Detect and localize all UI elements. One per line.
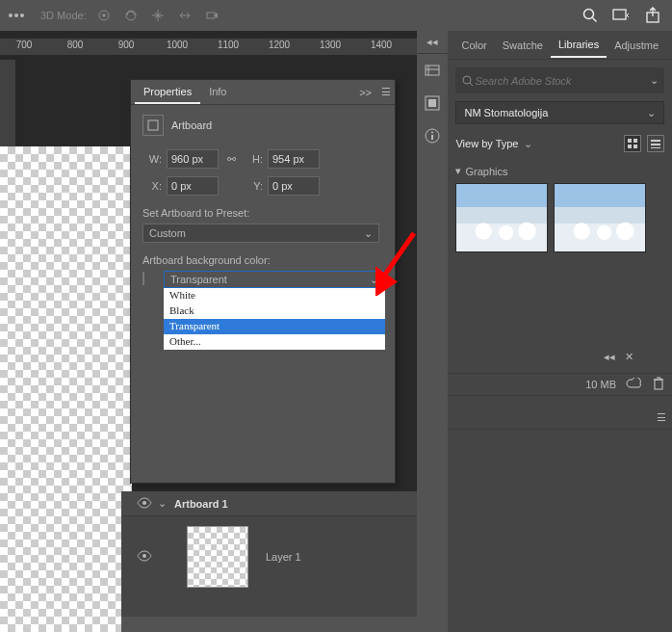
svg-rect-20 (628, 145, 632, 148)
visibility-eye-icon[interactable] (131, 497, 158, 511)
panel-expand-icon[interactable]: >> (359, 87, 372, 98)
screen-mode-icon[interactable] (612, 8, 632, 23)
roll-icon[interactable] (123, 8, 139, 23)
bg-option-other[interactable]: Other... (164, 334, 385, 350)
storage-size: 10 MB (585, 379, 616, 390)
zoom-3d-icon[interactable] (204, 8, 220, 23)
link-wh-icon[interactable]: ⚯ (219, 153, 244, 166)
chevron-down-icon[interactable]: ▾ (455, 165, 461, 177)
chevron-down-icon: ⌄ (647, 107, 656, 119)
history-panel-icon[interactable] (417, 54, 448, 87)
chevron-down-icon[interactable]: ⌄ (650, 74, 659, 87)
library-select[interactable]: NM Stomatologija ⌄ (455, 101, 664, 124)
svg-rect-19 (633, 139, 637, 143)
layer-row[interactable]: Layer 1 (121, 516, 417, 597)
library-asset-thumbnail[interactable] (455, 183, 548, 252)
svg-point-4 (584, 10, 594, 19)
grid-view-button[interactable] (624, 135, 641, 152)
svg-point-1 (102, 13, 106, 17)
height-field[interactable] (268, 149, 320, 169)
expand-dock-icon[interactable]: ◂◂ (426, 36, 438, 48)
x-field[interactable] (167, 176, 219, 196)
artboard-icon (142, 115, 164, 136)
collapsed-dock: ◂◂ (417, 31, 448, 632)
svg-point-15 (431, 132, 433, 134)
bg-option-black[interactable]: Black (164, 303, 385, 319)
close-panel-icon[interactable]: ✕ (625, 351, 633, 363)
properties-panel: Properties Info >> ☰ Artboard W: ⚯ H: (130, 79, 396, 484)
artboard-type-label: Artboard (171, 119, 212, 131)
svg-rect-25 (655, 380, 662, 389)
y-label: Y: (244, 180, 263, 192)
y-field[interactable] (268, 176, 320, 196)
chevron-down-icon: ⌄ (370, 274, 378, 286)
svg-point-10 (142, 554, 146, 558)
right-panel-group: Color Swatche Libraries Adjustme ⌄ NM St… (448, 31, 672, 632)
cloud-sync-icon[interactable] (626, 378, 643, 391)
library-asset-thumbnail[interactable] (554, 183, 646, 252)
bg-color-value: Transparent (170, 274, 227, 285)
tab-swatches[interactable]: Swatche (495, 34, 551, 57)
x-label: X: (142, 180, 162, 192)
svg-rect-13 (428, 99, 436, 107)
svg-rect-11 (426, 66, 439, 75)
width-label: W: (142, 153, 162, 165)
bg-option-transparent[interactable]: Transparent (164, 319, 385, 334)
artboard-row-name: Artboard 1 (174, 498, 228, 510)
libraries-status-bar: 10 MB (448, 373, 672, 396)
trash-icon[interactable] (653, 377, 664, 392)
document-area: 700 800 900 1000 1100 1200 1300 1400 Pro… (0, 31, 417, 632)
visibility-eye-icon[interactable] (131, 550, 158, 564)
preset-value: Custom (149, 227, 186, 239)
character-panel-icon[interactable] (417, 87, 448, 119)
svg-point-17 (463, 76, 471, 84)
app-toolbar: 3D Mode: (0, 0, 672, 31)
tab-color[interactable]: Color (453, 34, 494, 57)
canvas[interactable] (0, 146, 132, 632)
search-icon[interactable] (582, 7, 599, 24)
search-icon (461, 74, 475, 88)
ruler-horizontal: 700 800 900 1000 1100 1200 1300 1400 (0, 39, 417, 55)
list-view-button[interactable] (647, 135, 664, 152)
stock-search[interactable]: ⌄ (455, 67, 664, 93)
orbit-icon[interactable] (96, 8, 112, 23)
bg-color-dropdown: White Black Transparent Other... (164, 288, 385, 350)
tab-info[interactable]: Info (200, 81, 235, 104)
pan-icon[interactable] (150, 8, 166, 23)
more-options-button[interactable] (6, 7, 27, 24)
svg-rect-23 (651, 144, 660, 145)
width-field[interactable] (167, 149, 219, 169)
layers-panel: ⌄ Artboard 1 Layer 1 (121, 491, 417, 617)
svg-rect-5 (613, 10, 626, 19)
library-name: NM Stomatologija (464, 107, 548, 118)
artboard-row[interactable]: ⌄ Artboard 1 (121, 491, 417, 516)
panel-menu-icon[interactable]: ☰ (657, 411, 666, 426)
share-icon[interactable] (645, 7, 662, 24)
svg-rect-16 (431, 135, 433, 140)
preset-select[interactable]: Custom ⌄ (142, 224, 379, 243)
slide-icon[interactable] (177, 8, 193, 23)
chevron-down-icon: ⌄ (364, 227, 373, 240)
bottom-panel-area (121, 617, 417, 632)
height-label: H: (244, 153, 263, 165)
tab-libraries[interactable]: Libraries (551, 33, 607, 58)
svg-rect-7 (148, 120, 158, 130)
svg-rect-22 (651, 140, 660, 142)
info-panel-icon[interactable] (417, 119, 448, 152)
chevron-down-icon[interactable]: ⌄ (524, 138, 532, 150)
stock-search-input[interactable] (475, 75, 650, 87)
svg-rect-21 (633, 145, 637, 148)
svg-point-9 (142, 501, 146, 505)
bg-color-select[interactable]: Transparent ⌄ (164, 271, 385, 288)
svg-rect-24 (651, 147, 660, 148)
tab-adjustments[interactable]: Adjustme (607, 34, 666, 57)
svg-rect-3 (207, 13, 215, 18)
layer-thumbnail[interactable] (187, 526, 248, 588)
chevron-down-icon[interactable]: ⌄ (158, 497, 167, 510)
collapse-handle-icon[interactable]: ◂◂ (604, 351, 615, 363)
bg-option-white[interactable]: White (164, 288, 385, 303)
panel-menu-icon[interactable]: ☰ (381, 86, 391, 98)
view-mode-label[interactable]: View by Type (455, 138, 518, 149)
tab-properties[interactable]: Properties (135, 81, 200, 104)
graphics-section-label: Graphics (465, 166, 507, 177)
